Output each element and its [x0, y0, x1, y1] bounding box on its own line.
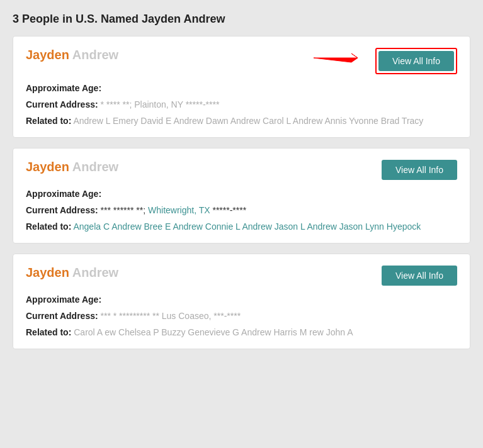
view-all-btn-3[interactable]: View All Info	[382, 266, 457, 286]
age-label: Approximate Age:	[26, 294, 101, 305]
address-field-1: Current Address: * **** **; Plainton, NY…	[26, 99, 457, 109]
person-first-name: Jayden	[26, 48, 69, 62]
person-name-1: Jayden Andrew	[26, 48, 118, 62]
address-label: Current Address:	[26, 205, 98, 215]
svg-marker-0	[314, 53, 358, 62]
related-label: Related to:	[26, 116, 71, 126]
approx-age-field-2: Approximate Age:	[26, 189, 457, 199]
red-highlight-box: View All Info	[375, 48, 457, 74]
related-label: Related to:	[26, 221, 71, 232]
person-card-3: Jayden AndrewView All InfoApproximate Ag…	[13, 254, 470, 349]
person-card-1: Jayden AndrewView All InfoApproximate Ag…	[13, 36, 470, 138]
address-field-3: Current Address: *** * ********* ** Lus …	[26, 311, 457, 321]
age-label: Approximate Age:	[26, 83, 101, 93]
person-name-2: Jayden Andrew	[26, 160, 118, 174]
related-value: Andrew L Emery David E Andrew Dawn Andre…	[71, 116, 423, 126]
related-value: Carol A ew Chelsea P Buzzy Genevieve G A…	[71, 327, 353, 337]
person-first-name: Jayden	[26, 266, 69, 279]
address-label: Current Address:	[26, 311, 98, 321]
arrow-annotation	[314, 52, 370, 70]
address-value: * **** **; Plainton, NY *****-****	[98, 99, 220, 109]
approx-age-field-1: Approximate Age:	[26, 83, 457, 93]
related-field-1: Related to: Andrew L Emery David E Andre…	[26, 116, 457, 126]
address-value: *** * ********* ** Lus Coaseo, ***-****	[98, 311, 241, 321]
person-last-name: Andrew	[72, 266, 118, 279]
approx-age-field-3: Approximate Age:	[26, 294, 457, 305]
related-field-2: Related to: Angela C Andrew Bree E Andre…	[26, 221, 457, 232]
person-first-name: Jayden	[26, 160, 69, 174]
related-field-3: Related to: Carol A ew Chelsea P Buzzy G…	[26, 327, 457, 337]
related-value: Angela C Andrew Bree E Andrew Connie L A…	[71, 221, 421, 232]
age-label: Approximate Age:	[26, 189, 101, 199]
address-field-2: Current Address: *** ****** **; Whitewri…	[26, 205, 457, 215]
view-all-btn-1[interactable]: View All Info	[378, 51, 454, 71]
view-all-btn-2[interactable]: View All Info	[382, 160, 457, 180]
related-label: Related to:	[26, 327, 71, 337]
person-card-2: Jayden AndrewView All InfoApproximate Ag…	[13, 148, 470, 244]
person-name-3: Jayden Andrew	[26, 266, 118, 280]
person-last-name: Andrew	[72, 160, 118, 174]
person-last-name: Andrew	[72, 48, 118, 62]
page-title: 3 People in U.S. Named Jayden Andrew	[13, 13, 470, 26]
address-label: Current Address:	[26, 99, 98, 109]
address-value: *** ****** **; Whitewright, TX *****-***…	[98, 205, 247, 215]
